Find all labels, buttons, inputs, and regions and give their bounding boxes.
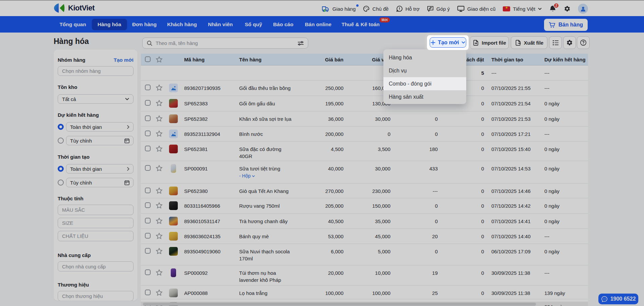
row-checkbox[interactable] — [145, 198, 151, 208]
filter-range-button[interactable]: Toàn thời gian — [66, 122, 133, 132]
row-star-button[interactable] — [156, 265, 163, 276]
filter-range-button[interactable]: Tùy chỉnh — [66, 136, 133, 145]
row-star-button[interactable] — [156, 184, 163, 194]
import-file-button[interactable]: Import file — [470, 36, 509, 49]
row-checkbox[interactable] — [145, 184, 151, 193]
table-row[interactable]: SP652382 Khăn xô sữa sợi tre lụa 36,000 … — [141, 111, 588, 126]
filter-select[interactable]: Tất cả — [58, 94, 133, 104]
product-thumbnail[interactable] — [169, 214, 178, 225]
row-checkbox[interactable] — [145, 286, 151, 295]
topbar-item-giao-hang[interactable]: Giao hàng — [322, 5, 356, 12]
row-checkbox[interactable] — [145, 265, 151, 275]
table-row[interactable]: 8935049019060 Sữa Nuvi thạch socola170ml… — [141, 244, 588, 265]
filter-input[interactable]: SIZE — [58, 218, 133, 228]
table-row[interactable]: SP652383 Gối ôm gấu dâu 195,000 130,000 … — [141, 96, 588, 111]
user-avatar[interactable] — [578, 4, 588, 14]
row-star-button[interactable] — [156, 96, 163, 107]
nav-item-b-n-online[interactable]: Bán online — [305, 19, 331, 30]
filter-input[interactable]: Chọn nhà cung cấp — [58, 261, 133, 271]
row-star-button[interactable] — [156, 198, 163, 209]
filter-input[interactable]: Chọn nhóm hàng — [58, 66, 133, 76]
notifications-button[interactable]: 2 — [549, 5, 556, 13]
product-thumbnail[interactable] — [169, 229, 178, 241]
help-button[interactable] — [577, 36, 590, 49]
unit-selector[interactable]: - Hộp — [239, 172, 320, 180]
row-checkbox[interactable] — [145, 81, 151, 90]
star-column-header[interactable] — [156, 54, 163, 63]
row-star-button[interactable] — [156, 286, 163, 296]
radio-unselected[interactable] — [58, 180, 64, 186]
row-star-button[interactable] — [156, 244, 163, 255]
dropdown-item-h-ng-s-n-xu-t[interactable]: Hàng sản xuất — [383, 90, 466, 103]
radio-selected[interactable] — [58, 166, 64, 172]
filter-input[interactable]: CHẤT LIỆU — [58, 231, 133, 241]
header-du-kien-het-hang[interactable]: Dự kiến hết hàng — [544, 54, 586, 65]
dropdown-item-d-ch-v-[interactable]: Dịch vụ — [383, 64, 466, 77]
nav-item--n-h-ng[interactable]: Đơn hàng — [132, 19, 157, 30]
topbar-item-gop-y[interactable]: Góp ý — [427, 5, 450, 12]
table-row[interactable]: SP000091 Sữa tươi tiệt trùng- Hộp 40,000… — [141, 161, 588, 184]
product-thumbnail[interactable] — [169, 265, 176, 277]
row-star-button[interactable] — [156, 214, 163, 224]
nav-item-kh-ch-h-ng[interactable]: Khách hàng — [167, 19, 197, 30]
filter-input[interactable]: MÀU SẮC — [58, 205, 133, 215]
create-new-button[interactable]: Tạo mới — [430, 37, 466, 48]
dropdown-item-h-ng-h-a[interactable]: Hàng hóa — [383, 51, 466, 64]
product-thumbnail[interactable] — [169, 142, 178, 153]
language-selector[interactable]: Tiếng Việt — [503, 6, 542, 12]
row-checkbox[interactable] — [145, 111, 151, 121]
product-search[interactable] — [142, 38, 308, 49]
sell-button[interactable]: Bán hàng — [544, 19, 588, 31]
product-thumbnail[interactable] — [169, 184, 178, 195]
product-thumbnail[interactable] — [169, 244, 178, 256]
product-thumbnail[interactable] — [169, 198, 178, 210]
radio-unselected[interactable] — [58, 138, 64, 144]
horizontal-scrollbar[interactable] — [143, 303, 536, 306]
export-file-button[interactable]: Xuất file — [511, 36, 547, 49]
filter-input[interactable]: Chọn thương hiệu — [58, 291, 133, 301]
search-input[interactable] — [156, 40, 294, 46]
table-row[interactable]: SP000092 Túi thơm nụ hoalavender khô Phá… — [141, 265, 588, 286]
row-star-button[interactable] — [156, 111, 163, 122]
row-star-button[interactable] — [156, 229, 163, 240]
table-row[interactable]: SP652380 Giỏ quà Tết An Khang 270,000 23… — [141, 184, 588, 198]
product-thumbnail[interactable] — [169, 286, 178, 297]
product-thumbnail[interactable] — [169, 126, 178, 138]
topbar-item-chu-de[interactable]: Chủ đề — [363, 5, 388, 12]
table-settings-button[interactable] — [563, 36, 576, 49]
product-thumbnail[interactable] — [169, 111, 178, 123]
dropdown-item-combo-ng-g-i[interactable]: Combo - đóng gói — [383, 77, 466, 90]
row-checkbox[interactable] — [145, 126, 151, 136]
row-checkbox[interactable] — [145, 161, 151, 171]
table-row[interactable]: 8935231132904 Bình nước 200,000 0 0 0 07… — [141, 126, 588, 142]
product-thumbnail[interactable] — [169, 96, 178, 108]
table-row[interactable]: SP652381 Sữa đặc có đường40GR 4,500 3,50… — [141, 142, 588, 161]
radio-selected[interactable] — [58, 124, 64, 130]
row-checkbox[interactable] — [145, 214, 151, 223]
settings-button[interactable] — [564, 5, 571, 12]
nav-item-b-o-c-o[interactable]: Báo cáo — [273, 19, 293, 30]
table-row[interactable]: 8936207190935 Gối đầu thêu trần bông 250… — [141, 81, 588, 96]
header-thoi-gian-tao[interactable]: Thời gian tạo — [491, 54, 523, 65]
table-row[interactable]: 8936010531147 Trà hương chanh dây 40,500… — [141, 214, 588, 229]
topbar-item-giao-dien-cu[interactable]: Giao diện cũ — [457, 5, 495, 12]
column-settings-button[interactable] — [549, 36, 562, 49]
nav-item-nh-n-vi-n[interactable]: Nhân viên — [208, 19, 233, 30]
table-row[interactable]: AP000088 Lọ hoa trắng 100,000 100,000 25… — [141, 286, 588, 299]
table-row[interactable]: 8033116405966 Rượu vang 750ml 205,000 15… — [141, 198, 588, 214]
filter-range-button[interactable]: Tùy chỉnh — [66, 178, 133, 187]
create-group-link[interactable]: Tạo mới — [114, 57, 133, 63]
row-star-button[interactable] — [156, 142, 163, 152]
product-thumbnail[interactable] — [169, 81, 178, 92]
nav-item-t-ng-quan[interactable]: Tổng quan — [59, 19, 86, 30]
select-all-checkbox[interactable] — [145, 54, 151, 62]
row-star-button[interactable] — [156, 81, 163, 91]
row-checkbox[interactable] — [145, 96, 151, 106]
filter-range-button[interactable]: Toàn thời gian — [66, 164, 133, 173]
header-ma-hang[interactable]: Mã hàng — [184, 54, 205, 65]
table-row[interactable]: 8936036024135 Bánh quy mè 53,000 45,000 … — [141, 229, 588, 244]
row-star-button[interactable] — [156, 126, 163, 137]
hotline-chat-button[interactable]: 1900 6522 — [598, 294, 638, 304]
nav-item-thu-k-to-n[interactable]: Thuế & Kế toánMới — [341, 19, 380, 30]
product-thumbnail[interactable] — [169, 161, 176, 173]
